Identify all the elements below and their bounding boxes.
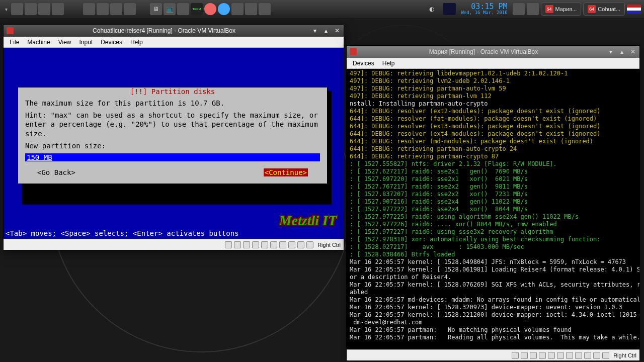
vbox-icon: 64 <box>545 5 553 13</box>
hostkey-label: Right Ctrl <box>613 352 636 358</box>
menu-devices[interactable]: Devices <box>97 37 126 47</box>
cpu-graph-icon[interactable] <box>443 3 456 15</box>
sb-rec-icon[interactable] <box>279 241 286 248</box>
sb-shared-icon[interactable] <box>261 241 268 248</box>
watermark: Metztli IT <box>279 213 337 229</box>
gauge-icon[interactable]: ◐ <box>423 3 441 15</box>
workspace-icon[interactable] <box>52 3 64 15</box>
tray-icon[interactable] <box>513 3 525 15</box>
dialog-header: [!!] Partition disks <box>25 87 320 96</box>
workspace-icon[interactable] <box>25 3 37 15</box>
partition-dialog: [!!] Partition disks The maximum size fo… <box>18 87 328 184</box>
hostkey-label: Right Ctrl <box>317 242 341 248</box>
sb-cd-icon[interactable] <box>521 352 528 359</box>
titlebar[interactable]: Cohuatlicue-reiser4 [Running] - Oracle V… <box>4 25 344 37</box>
sb-net-icon[interactable] <box>530 352 537 359</box>
menu-machine[interactable]: Machine <box>23 37 54 47</box>
app-icon[interactable] <box>110 3 122 15</box>
sb-hdd-icon[interactable] <box>225 241 232 248</box>
app-icon[interactable] <box>124 3 136 15</box>
sb-hdd-icon[interactable] <box>512 352 519 359</box>
sb-key-icon[interactable] <box>297 241 304 248</box>
menubar: File Machine View Input Devices Help <box>4 37 344 48</box>
sb-mouse-icon[interactable] <box>288 241 295 248</box>
continue-button[interactable]: <Continue> <box>264 168 308 176</box>
terminal-output[interactable]: 497]: DEBUG: retrieving libdevmapper1.02… <box>347 69 639 349</box>
sb-cd-icon[interactable] <box>234 241 241 248</box>
tv-icon[interactable]: 📺 <box>164 3 176 15</box>
top-taskbar: ▾ 🖥 📺 TERM ◐ 03:15 PM Wed, 16 Mar. 2016 … <box>0 0 644 18</box>
clock-date: Wed, 16 Mar. 2016 <box>461 11 507 16</box>
task-label: Cohuat... <box>598 6 620 12</box>
clock-time: 03:15 PM <box>461 3 507 11</box>
vbox-icon: 64 <box>588 5 596 13</box>
printer-icon[interactable] <box>245 3 257 15</box>
menu-file[interactable]: File <box>6 37 23 47</box>
menu-view[interactable]: View <box>54 37 75 47</box>
partition-size-input[interactable]: 150 MB <box>25 153 320 161</box>
task-label: Мария... <box>555 6 577 12</box>
clock[interactable]: 03:15 PM Wed, 16 Mar. 2016 <box>458 3 510 16</box>
sb-host-icon[interactable] <box>593 352 600 359</box>
window-maria: Мария [Running] - Oracle VM VirtualBox ▾… <box>346 45 640 361</box>
close-icon[interactable]: ✕ <box>334 27 341 34</box>
sb-rec-icon[interactable] <box>566 352 573 359</box>
footer-hint: <Tab> moves; <Space> selects; <Enter> ac… <box>6 229 239 237</box>
window-cohuatlicue: Cohuatlicue-reiser4 [Running] - Oracle V… <box>3 24 344 250</box>
sb-mouse-icon[interactable] <box>575 352 582 359</box>
sb-host-icon[interactable] <box>306 241 313 248</box>
close-icon[interactable]: ✕ <box>629 48 636 55</box>
terminal-icon[interactable]: TERM <box>191 3 203 15</box>
disk-icon[interactable] <box>259 3 271 15</box>
settings-icon[interactable] <box>177 3 189 15</box>
statusbar: Right Ctrl <box>347 349 639 360</box>
menu-input[interactable]: Input <box>75 37 97 47</box>
go-back-button[interactable]: <Go Back> <box>37 168 75 176</box>
statusbar: Right Ctrl <box>4 239 344 250</box>
menu-devices[interactable]: Devices <box>349 58 378 68</box>
app-icon[interactable] <box>97 3 109 15</box>
sb-net-icon[interactable] <box>243 241 250 248</box>
size-label: New partition size: <box>25 141 320 150</box>
menu-dropdown-icon[interactable]: ▾ <box>3 7 10 12</box>
device-icon[interactable] <box>231 3 244 15</box>
menubar: Devices Help <box>347 58 639 69</box>
taskbar-task-cohuat[interactable]: 64 Cohuat... <box>583 3 625 16</box>
vm-screen[interactable]: [!!] Partition disks The maximum size fo… <box>4 48 344 239</box>
firefox-icon[interactable] <box>204 3 216 15</box>
workspace-icon[interactable] <box>38 3 50 15</box>
collapse-icon[interactable]: ▾ <box>311 27 318 34</box>
minimize-icon[interactable]: ▴ <box>618 48 625 55</box>
menu-help[interactable]: Help <box>378 58 399 68</box>
computer-icon[interactable]: 🖥 <box>150 3 162 15</box>
sb-shared-icon[interactable] <box>548 352 555 359</box>
maxsize-text: The maximum size for this partition is 1… <box>25 99 320 108</box>
app-icon[interactable] <box>83 3 95 15</box>
hint-text: Hint: "max" can be used as a shortcut to… <box>25 111 320 138</box>
sb-usb-icon[interactable] <box>252 241 259 248</box>
sb-arrow-icon[interactable] <box>602 352 609 359</box>
sb-key-icon[interactable] <box>584 352 591 359</box>
menu-help[interactable]: Help <box>126 37 147 47</box>
sb-usb-icon[interactable] <box>539 352 546 359</box>
vbox-icon <box>7 27 14 34</box>
collapse-icon[interactable]: ▾ <box>607 48 614 55</box>
window-title: Cohuatlicue-reiser4 [Running] - Oracle V… <box>17 27 311 34</box>
flag-us-icon[interactable] <box>627 5 641 14</box>
workspace-icon[interactable] <box>11 3 23 15</box>
chrome-icon[interactable] <box>218 3 230 15</box>
sb-display-icon[interactable] <box>270 241 277 248</box>
taskbar-task-maria[interactable]: 64 Мария... <box>541 3 582 16</box>
minimize-icon[interactable]: ▴ <box>323 27 330 34</box>
sb-display-icon[interactable] <box>557 352 564 359</box>
tray-icon[interactable] <box>527 3 539 15</box>
vbox-icon <box>350 48 357 55</box>
titlebar[interactable]: Мария [Running] - Oracle VM VirtualBox ▾… <box>347 46 639 58</box>
window-title: Мария [Running] - Oracle VM VirtualBox <box>360 48 607 55</box>
